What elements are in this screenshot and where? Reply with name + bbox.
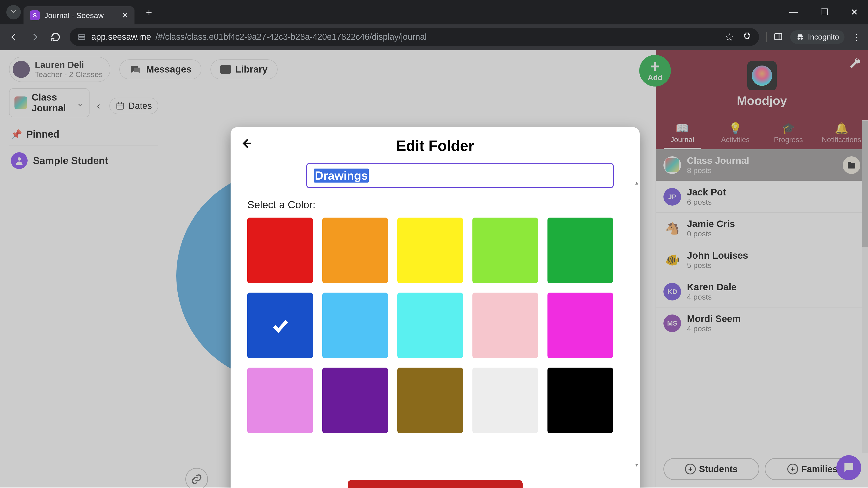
svg-rect-0 (79, 35, 85, 36)
color-swatch[interactable] (322, 367, 388, 433)
color-swatch[interactable] (322, 293, 388, 358)
forward-button[interactable] (28, 30, 41, 44)
modal-header: Edit Folder (230, 127, 640, 161)
tab-close-icon[interactable]: ✕ (122, 11, 128, 20)
site-settings-icon[interactable] (77, 32, 87, 42)
maximize-button[interactable]: ❐ (817, 5, 832, 19)
url-field[interactable]: app.seesaw.me/#/class/class.e01bf4c2-9a2… (70, 28, 759, 46)
color-swatch[interactable] (322, 218, 388, 283)
color-swatch[interactable] (247, 218, 313, 283)
minimize-button[interactable]: — (786, 5, 802, 19)
color-swatch[interactable] (397, 367, 463, 433)
remove-folder-button[interactable]: Remove Folder from Class (348, 480, 523, 488)
scroll-up-icon[interactable]: ▴ (634, 179, 639, 186)
window-controls: — ❐ ✕ (786, 5, 862, 19)
url-path: /#/class/class.e01bf4c2-9a27-42c3-b28a-4… (156, 32, 427, 42)
reload-button[interactable] (49, 30, 62, 44)
folder-name-value: Drawings (314, 168, 369, 183)
svg-point-4 (798, 37, 800, 39)
color-swatch[interactable] (472, 218, 538, 283)
modal-body: Drawings Select a Color: (230, 161, 640, 473)
color-swatch-grid (247, 218, 623, 433)
svg-rect-1 (79, 38, 85, 39)
color-swatch[interactable] (472, 293, 538, 358)
scroll-down-icon[interactable]: ▾ (634, 461, 639, 468)
color-swatch[interactable] (548, 367, 613, 433)
color-swatch[interactable] (247, 367, 313, 433)
browser-chrome: S Journal - Seesaw ✕ ＋ — ❐ ✕ app.seesaw.… (0, 0, 868, 51)
chrome-menu-icon[interactable]: ⋮ (852, 32, 861, 42)
side-panel-icon[interactable] (766, 32, 783, 42)
modal-footer: Remove Folder from Class (230, 473, 640, 488)
color-swatch[interactable] (397, 218, 463, 283)
browser-tab-active[interactable]: S Journal - Seesaw ✕ (24, 6, 134, 24)
edit-folder-modal: Edit Folder Drawings Select a Color: ▴ ▾… (230, 127, 640, 488)
color-swatch[interactable] (397, 293, 463, 358)
tab-search-button[interactable] (6, 5, 21, 20)
url-host: app.seesaw.me (91, 32, 151, 42)
color-swatch[interactable] (548, 293, 613, 358)
folder-name-input[interactable]: Drawings (306, 163, 614, 188)
modal-back-button[interactable] (241, 137, 253, 153)
address-actions: ☆ (725, 31, 752, 43)
address-bar: app.seesaw.me/#/class/class.e01bf4c2-9a2… (0, 24, 868, 51)
check-icon (270, 315, 290, 335)
extensions-icon[interactable] (742, 32, 752, 42)
tab-favicon: S (30, 10, 40, 20)
select-color-label: Select a Color: (247, 199, 623, 211)
incognito-label: Incognito (808, 33, 839, 41)
incognito-indicator[interactable]: Incognito (790, 30, 844, 44)
back-button[interactable] (7, 30, 21, 44)
tab-title: Journal - Seesaw (44, 11, 104, 20)
color-swatch[interactable] (548, 218, 613, 283)
svg-point-5 (801, 37, 803, 39)
app-viewport: Lauren Deli Teacher - 2 Classes Messages… (0, 51, 868, 487)
svg-rect-2 (775, 33, 782, 40)
color-swatch[interactable] (472, 367, 538, 433)
bookmark-icon[interactable]: ☆ (725, 31, 734, 43)
modal-title: Edit Folder (244, 137, 626, 154)
new-tab-button[interactable]: ＋ (144, 6, 154, 19)
modal-scrollbar[interactable]: ▴ ▾ (634, 179, 639, 468)
color-swatch[interactable] (247, 293, 313, 358)
tab-bar: S Journal - Seesaw ✕ ＋ — ❐ ✕ (0, 0, 868, 24)
close-window-button[interactable]: ✕ (847, 5, 862, 19)
